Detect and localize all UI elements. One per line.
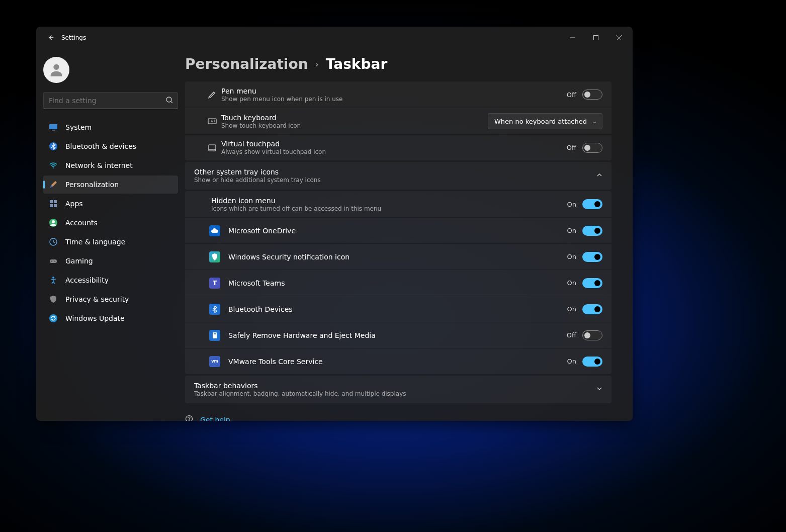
chevron-right-icon: › xyxy=(315,59,319,69)
svg-point-18 xyxy=(49,314,57,322)
svg-rect-19 xyxy=(208,119,216,124)
nav-label: Accessibility xyxy=(65,276,109,284)
chevron-down-icon: ⌄ xyxy=(592,118,597,125)
nav-windows-update[interactable]: Windows Update xyxy=(43,309,178,327)
bluetooth-app-icon xyxy=(209,304,220,315)
svg-point-15 xyxy=(51,261,52,262)
pen-menu-toggle[interactable] xyxy=(582,90,602,100)
display-icon xyxy=(48,122,58,132)
section-sub: Show or hide additional system tray icon… xyxy=(194,176,596,184)
row-title: Microsoft OneDrive xyxy=(228,227,567,235)
row-title: Windows Security notification icon xyxy=(228,253,567,261)
toggle-state: Off xyxy=(567,144,576,151)
tray-icons-list: Hidden icon menuIcons which are turned o… xyxy=(185,191,612,374)
row-bluetooth-devices: Bluetooth Devices On xyxy=(185,296,612,322)
nav-label: Apps xyxy=(65,200,83,208)
teams-icon: T xyxy=(209,278,220,289)
breadcrumb: Personalization › Taskbar xyxy=(185,51,612,81)
row-sub: Show touch keyboard icon xyxy=(221,122,488,129)
breadcrumb-parent[interactable]: Personalization xyxy=(185,56,308,72)
svg-rect-10 xyxy=(54,204,57,207)
nav-accounts[interactable]: Accounts xyxy=(43,214,178,232)
system-tray-icons-group: Pen menuShow pen menu icon when pen is i… xyxy=(185,81,612,160)
toggle-state: On xyxy=(567,358,576,365)
nav-accessibility[interactable]: Accessibility xyxy=(43,271,178,289)
nav-label: Gaming xyxy=(65,257,93,265)
gamepad-icon xyxy=(48,256,58,266)
bluetooth-icon xyxy=(48,141,58,151)
help-icon xyxy=(185,415,193,421)
nav-time-language[interactable]: Time & language xyxy=(43,233,178,251)
onedrive-toggle[interactable] xyxy=(582,226,602,236)
other-tray-icons-header[interactable]: Other system tray iconsShow or hide addi… xyxy=(185,162,612,190)
row-touch-keyboard: Touch keyboardShow touch keyboard icon W… xyxy=(185,108,612,134)
row-safely-remove: Safely Remove Hardware and Eject Media O… xyxy=(185,322,612,348)
vmware-toggle[interactable] xyxy=(582,357,602,367)
row-title: Bluetooth Devices xyxy=(228,305,567,313)
settings-window: Settings System Bluetooth & devices Netw… xyxy=(36,27,633,421)
svg-rect-21 xyxy=(213,332,217,338)
security-toggle[interactable] xyxy=(582,252,602,262)
search-box[interactable] xyxy=(43,92,178,109)
hidden-icon-menu-toggle[interactable] xyxy=(582,199,602,209)
row-teams: T Microsoft Teams On xyxy=(185,270,612,296)
keyboard-icon xyxy=(203,116,221,126)
bluetooth-toggle[interactable] xyxy=(582,304,602,314)
row-title: Pen menu xyxy=(221,87,567,95)
svg-rect-22 xyxy=(214,333,216,334)
teams-toggle[interactable] xyxy=(582,278,602,288)
pen-icon xyxy=(203,90,221,100)
svg-point-2 xyxy=(166,97,171,102)
svg-point-24 xyxy=(189,421,190,421)
row-virtual-touchpad: Virtual touchpadAlways show virtual touc… xyxy=(185,134,612,160)
section-sub: Taskbar alignment, badging, automaticall… xyxy=(194,390,596,397)
nav-label: Windows Update xyxy=(65,314,125,322)
touch-keyboard-dropdown[interactable]: When no keyboard attached⌄ xyxy=(488,113,602,129)
nav-bluetooth[interactable]: Bluetooth & devices xyxy=(43,137,178,155)
maximize-button[interactable] xyxy=(584,30,607,45)
arrow-left-icon xyxy=(47,34,54,41)
sidebar: System Bluetooth & devices Network & int… xyxy=(36,49,185,421)
nav-system[interactable]: System xyxy=(43,118,178,136)
nav-label: Personalization xyxy=(65,181,119,189)
chevron-up-icon xyxy=(596,172,602,180)
footer-links: Get help Give feedback xyxy=(185,405,612,421)
toggle-state: Off xyxy=(567,331,576,339)
nav-network[interactable]: Network & internet xyxy=(43,156,178,174)
vmware-icon: vm xyxy=(209,356,220,367)
nav-personalization[interactable]: Personalization xyxy=(43,175,178,194)
svg-rect-4 xyxy=(52,130,55,131)
get-help-link[interactable]: Get help xyxy=(185,415,612,421)
minimize-button[interactable] xyxy=(561,30,584,45)
search-input[interactable] xyxy=(44,93,178,109)
section-title: Other system tray icons xyxy=(194,168,596,176)
svg-rect-14 xyxy=(50,259,57,263)
taskbar-behaviors-header[interactable]: Taskbar behaviorsTaskbar alignment, badg… xyxy=(185,376,612,403)
user-avatar[interactable] xyxy=(43,57,69,83)
eject-icon xyxy=(209,330,220,341)
svg-point-6 xyxy=(53,167,54,168)
shield-icon xyxy=(48,294,58,304)
svg-point-23 xyxy=(186,416,193,421)
row-pen-menu: Pen menuShow pen menu icon when pen is i… xyxy=(185,81,612,108)
row-sub: Icons which are turned off can be access… xyxy=(211,205,567,212)
paintbrush-icon xyxy=(48,180,58,190)
update-icon xyxy=(48,313,58,323)
close-button[interactable] xyxy=(607,30,631,45)
row-vmware: vm VMware Tools Core Service On xyxy=(185,348,612,374)
svg-rect-9 xyxy=(50,204,53,207)
svg-rect-3 xyxy=(49,124,57,129)
wifi-icon xyxy=(48,160,58,170)
account-icon xyxy=(48,218,58,228)
nav-privacy[interactable]: Privacy & security xyxy=(43,290,178,308)
nav-apps[interactable]: Apps xyxy=(43,195,178,213)
apps-icon xyxy=(48,199,58,209)
virtual-touchpad-toggle[interactable] xyxy=(582,143,602,153)
toggle-state: On xyxy=(567,227,576,234)
eject-toggle[interactable] xyxy=(582,330,602,340)
svg-rect-20 xyxy=(209,145,216,151)
row-hidden-icon-menu: Hidden icon menuIcons which are turned o… xyxy=(185,191,612,217)
nav-gaming[interactable]: Gaming xyxy=(43,252,178,270)
back-button[interactable] xyxy=(43,30,58,45)
svg-rect-0 xyxy=(594,36,598,40)
